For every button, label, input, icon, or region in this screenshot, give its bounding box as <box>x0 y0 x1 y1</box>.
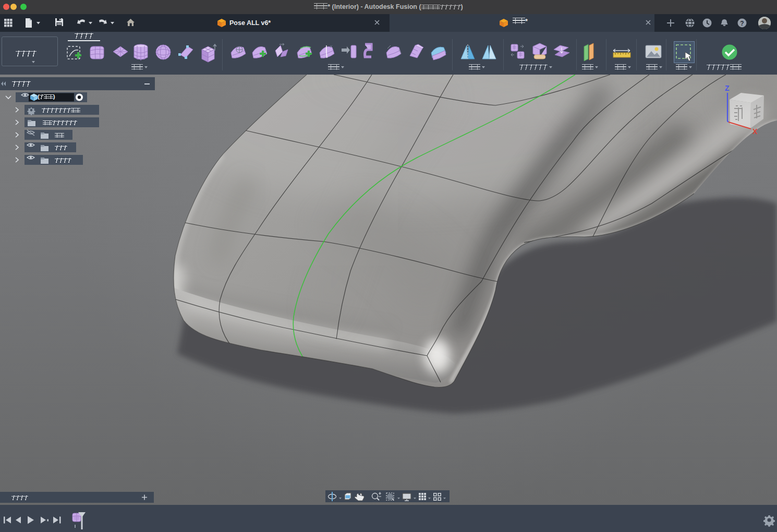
svg-text:X: X <box>752 127 758 136</box>
svg-text:Z: Z <box>725 84 730 92</box>
svg-text:?: ? <box>740 20 744 27</box>
